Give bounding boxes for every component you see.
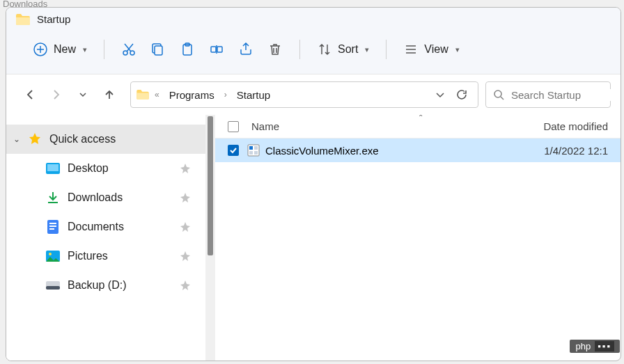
column-header[interactable]: ⌃ Name Date modified (215, 115, 621, 139)
titlebar: Startup (6, 8, 621, 31)
sidebar-item-desktop[interactable]: Desktop (6, 154, 215, 183)
sidebar-quick-access[interactable]: ⌄ Quick access (6, 125, 215, 154)
svg-rect-10 (47, 164, 58, 171)
copy-button[interactable] (143, 38, 173, 61)
drive-icon (45, 278, 61, 293)
view-label: View (424, 43, 448, 56)
star-icon (27, 132, 42, 147)
sidebar-item-label: Backup (D:) (68, 279, 126, 292)
watermark: php▪▪▪ (570, 340, 620, 353)
folder-icon (136, 90, 149, 100)
pin-icon (180, 251, 190, 261)
svg-rect-13 (49, 225, 56, 227)
file-list: ⌃ Name Date modified ClassicVolumeMixer.… (215, 115, 621, 361)
download-icon (45, 190, 61, 205)
chevron-left-icon: « (153, 90, 161, 100)
rename-icon (209, 42, 224, 57)
column-name[interactable]: Name (251, 120, 543, 132)
row-checkbox[interactable] (228, 145, 239, 156)
new-label: New (54, 43, 76, 56)
svg-rect-7 (217, 47, 222, 52)
chevron-right-icon: › (223, 90, 228, 100)
svg-rect-22 (249, 151, 253, 155)
up-button[interactable] (102, 88, 116, 102)
recent-button[interactable] (76, 88, 90, 102)
svg-point-8 (494, 90, 501, 97)
separator (299, 40, 300, 59)
sidebar-item-backup[interactable]: Backup (D:) (6, 271, 215, 300)
document-icon (45, 219, 61, 235)
breadcrumb-programs[interactable]: Programs (165, 86, 219, 104)
separator (386, 40, 387, 59)
scissors-icon (121, 42, 136, 57)
svg-rect-14 (49, 228, 54, 230)
refresh-button[interactable] (455, 88, 468, 101)
sidebar-item-documents[interactable]: Documents (6, 212, 215, 242)
trash-icon (267, 42, 283, 57)
pin-icon (180, 280, 190, 290)
svg-rect-6 (211, 47, 216, 52)
share-button[interactable] (231, 38, 260, 61)
sidebar-item-label: Downloads (68, 191, 123, 204)
chevron-down-icon: ▾ (455, 45, 460, 54)
explorer-window: Startup New ▾ (6, 7, 621, 361)
pin-icon (180, 193, 190, 203)
sidebar-item-pictures[interactable]: Pictures (6, 242, 215, 271)
sidebar-scrollbar[interactable] (205, 115, 215, 361)
sort-indicator-icon: ⌃ (418, 115, 423, 121)
view-icon (403, 42, 419, 57)
copy-icon (150, 42, 166, 57)
svg-rect-3 (155, 46, 162, 55)
sort-button[interactable]: Sort ▾ (310, 38, 376, 61)
address-bar[interactable]: « Programs › Startup (130, 81, 478, 108)
share-icon (238, 42, 254, 57)
search-icon (493, 89, 504, 100)
paste-button[interactable] (173, 38, 202, 61)
folder-icon (16, 14, 30, 25)
nav-buttons (16, 88, 123, 102)
window-title: Startup (37, 13, 70, 25)
breadcrumb-startup[interactable]: Startup (233, 86, 274, 104)
rename-button[interactable] (202, 38, 231, 61)
plus-circle-icon (33, 42, 48, 57)
svg-rect-23 (254, 151, 258, 155)
forward-button[interactable] (49, 88, 63, 102)
sidebar-item-label: Pictures (68, 250, 108, 262)
sidebar-item-label: Desktop (68, 162, 109, 175)
new-button[interactable]: New ▾ (26, 38, 94, 61)
chevron-down-icon: ▾ (83, 45, 87, 54)
sidebar-item-label: Documents (68, 221, 124, 233)
svg-rect-12 (49, 223, 56, 224)
svg-point-16 (49, 253, 52, 255)
search-box[interactable] (485, 81, 611, 108)
desktop-icon (45, 161, 61, 176)
pin-icon (180, 164, 190, 173)
svg-rect-18 (46, 286, 60, 290)
navigation-row: « Programs › Startup (6, 74, 621, 115)
back-button[interactable] (23, 88, 37, 102)
sort-label: Sort (338, 43, 358, 56)
clipboard-icon (180, 42, 195, 57)
file-row[interactable]: ClassicVolumeMixer.exe 1/4/2022 12:1 (215, 139, 621, 162)
sidebar-item-label: Quick access (49, 133, 116, 145)
sidebar-item-downloads[interactable]: Downloads (6, 183, 215, 212)
toolbar: New ▾ (6, 31, 621, 74)
search-input[interactable] (511, 89, 621, 101)
chevron-down-icon[interactable] (435, 89, 446, 100)
svg-rect-21 (254, 146, 258, 150)
column-date[interactable]: Date modified (543, 120, 608, 132)
cut-button[interactable] (114, 38, 143, 61)
exe-icon (247, 144, 260, 157)
file-date: 1/4/2022 12:1 (544, 145, 608, 157)
main-area: ⌄ Quick access Desktop Downloads Documen… (6, 115, 621, 361)
svg-rect-20 (249, 146, 253, 150)
sort-icon (317, 42, 332, 57)
chevron-down-icon: ⌄ (13, 134, 20, 144)
pictures-icon (45, 248, 61, 264)
pin-icon (180, 222, 190, 232)
separator (104, 40, 104, 59)
chevron-down-icon: ▾ (365, 45, 369, 54)
view-button[interactable]: View ▾ (396, 38, 466, 61)
delete-button[interactable] (260, 38, 290, 61)
select-all-checkbox[interactable] (228, 121, 239, 132)
